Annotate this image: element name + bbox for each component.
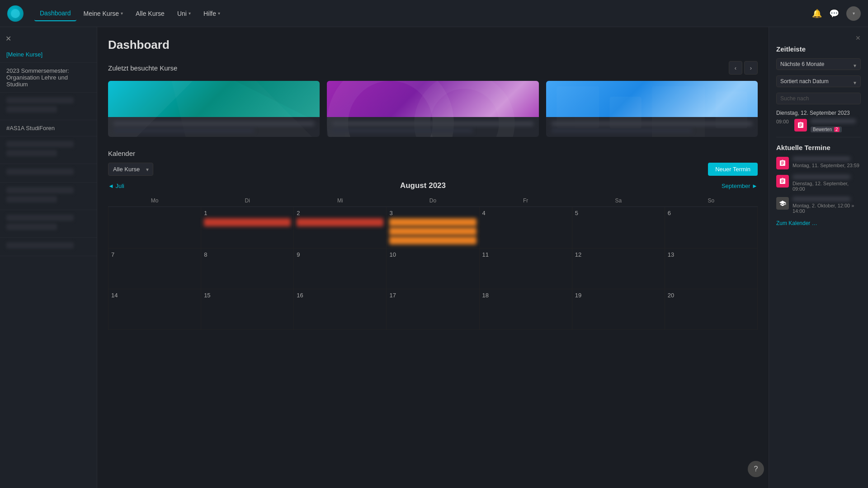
calendar-cell-19[interactable]: 19 <box>572 289 665 330</box>
prev-month-btn[interactable]: ◄ Juli <box>108 183 124 189</box>
day-number: 3 <box>389 210 476 216</box>
calendar-cell-2[interactable]: 2 <box>294 207 387 249</box>
timeline-event-1: 09:00 Bewerten 2 <box>776 119 861 132</box>
timeline-filter-select[interactable]: Nächste 6 Monate <box>776 58 861 70</box>
calendar-event[interactable] <box>297 218 383 226</box>
calendar-cell-7[interactable]: 7 <box>108 249 201 289</box>
nav-uni[interactable]: Uni ▾ <box>172 6 196 21</box>
panel-close-btn[interactable]: ✕ <box>776 34 861 42</box>
nav-meine-kurse[interactable]: Meine Kurse ▾ <box>78 6 129 21</box>
day-number: 5 <box>575 210 662 216</box>
graduation-icon <box>779 200 786 207</box>
calendar-cell-13[interactable]: 13 <box>665 249 757 289</box>
blur-text <box>6 242 74 249</box>
nav-meine-kurse-chevron: ▾ <box>121 11 123 16</box>
calendar-cell-9[interactable]: 9 <box>294 249 387 289</box>
calendar-section: Kalender Alle Kurse Neuer Termin ◄ Juli … <box>108 150 758 330</box>
termine-details-2: Dienstag, 12. September, 09:00 <box>793 175 861 192</box>
calendar-cell-14[interactable]: 14 <box>108 289 201 330</box>
calendar-event[interactable] <box>389 218 476 226</box>
calendar-cell-10[interactable]: 10 <box>387 249 479 289</box>
timeline-filter-wrapper: Nächste 6 Monate <box>776 58 861 73</box>
course-card-2[interactable] <box>327 81 538 137</box>
zum-kalender-link[interactable]: Zum Kalender … <box>776 220 817 226</box>
assignment-icon <box>779 160 786 167</box>
bell-icon[interactable]: 🔔 <box>812 9 822 19</box>
calendar-cell-18[interactable]: 18 <box>479 289 572 330</box>
timeline-date: Dienstag, 12. September 2023 <box>776 110 861 116</box>
course-next-btn[interactable]: › <box>744 61 758 75</box>
nav-hilfe[interactable]: Hilfe ▾ <box>198 6 226 21</box>
course-name-blur <box>552 122 752 126</box>
calendar-event[interactable] <box>389 227 476 235</box>
calendar-event[interactable] <box>204 218 291 226</box>
timeline-search-input[interactable] <box>776 93 861 104</box>
blur-text <box>6 196 57 202</box>
user-avatar[interactable]: ▾ <box>846 6 861 21</box>
weekday-so: So <box>665 195 757 207</box>
sidebar-item-studi-foren[interactable]: #AS1A StudiForen <box>0 120 97 136</box>
calendar-grid: Mo Di Mi Do Fr Sa So 1 <box>108 195 758 330</box>
termine-details-3: Montag, 2. Oktober, 12:00 » 14:00 <box>793 197 861 214</box>
new-event-btn[interactable]: Neuer Termin <box>708 163 758 176</box>
sidebar-item-meine-kurse[interactable]: [Meine Kurse] <box>0 47 97 63</box>
blur-text <box>6 106 57 113</box>
app-logo[interactable] <box>7 5 24 22</box>
termine-date-3: Montag, 2. Oktober, 12:00 » 14:00 <box>793 203 861 214</box>
course-card-3[interactable] <box>546 81 758 137</box>
right-panel: ✕ Zeitleiste Nächste 6 Monate Sortiert n… <box>769 27 868 488</box>
sidebar-item-org-lehre[interactable]: 2023 Sommersemester: Organisation Lehre … <box>0 63 97 93</box>
sidebar-blurred-2 <box>0 136 97 164</box>
blur-text <box>6 187 74 193</box>
calendar-event[interactable] <box>389 236 476 244</box>
blur-text <box>6 224 57 230</box>
calendar-cell-12[interactable]: 12 <box>572 249 665 289</box>
calendar-cell-17[interactable]: 17 <box>387 289 479 330</box>
calendar-cell-1[interactable]: 1 <box>201 207 294 249</box>
day-number: 11 <box>482 251 569 258</box>
blur-text <box>6 169 74 175</box>
logo-inner <box>11 9 20 18</box>
course-prev-btn[interactable]: ‹ <box>729 61 742 75</box>
calendar-cell-4[interactable]: 4 <box>479 207 572 249</box>
course-card-1[interactable] <box>108 81 320 137</box>
day-number: 7 <box>111 251 198 258</box>
calendar-cell-20[interactable]: 20 <box>665 289 757 330</box>
nav-alle-kurse[interactable]: Alle Kurse <box>130 6 170 21</box>
timeline-sort-select[interactable]: Sortiert nach Datum <box>776 75 861 87</box>
sidebar-blurred-4 <box>0 183 97 210</box>
nav-meine-kurse-label: Meine Kurse <box>84 10 119 17</box>
nav-dashboard[interactable]: Dashboard <box>34 6 76 21</box>
next-month-btn[interactable]: September ► <box>722 183 758 189</box>
calendar-filter-select[interactable]: Alle Kurse <box>108 163 153 176</box>
termine-item-3: Montag, 2. Oktober, 12:00 » 14:00 <box>776 197 861 214</box>
day-number: 19 <box>575 292 662 299</box>
calendar-cell-11[interactable]: 11 <box>479 249 572 289</box>
termine-date-1: Montag, 11. September, 23:59 <box>793 163 861 168</box>
course-cards <box>108 81 758 137</box>
calendar-cell-6[interactable]: 6 <box>665 207 757 249</box>
aktuelle-termine-title: Aktuelle Termine <box>776 144 861 151</box>
event-details: Bewerten 2 <box>811 119 861 132</box>
recently-visited-title: Zuletzt besuchte Kurse <box>108 64 177 72</box>
help-button[interactable]: ? <box>748 461 764 477</box>
calendar-cell-15[interactable]: 15 <box>201 289 294 330</box>
bewerten-count: 2 <box>834 127 840 132</box>
calendar-cell-8[interactable]: 8 <box>201 249 294 289</box>
bewerten-label: Bewerten <box>813 127 832 132</box>
blur-text <box>6 150 57 156</box>
timeline-sort-wrapper: Sortiert nach Datum <box>776 75 861 90</box>
course-sub-blur <box>552 129 692 132</box>
avatar-chevron: ▾ <box>853 11 855 16</box>
chat-icon[interactable]: 💬 <box>829 9 839 19</box>
calendar-cell-16[interactable]: 16 <box>294 289 387 330</box>
calendar-cell-3[interactable]: 3 <box>387 207 479 249</box>
day-number: 20 <box>668 292 755 299</box>
course-nav-arrows: ‹ › <box>729 61 758 75</box>
sidebar-close-btn[interactable]: ✕ <box>0 31 97 47</box>
calendar-filter-wrapper: Alle Kurse <box>108 163 153 176</box>
termine-item-2: Dienstag, 12. September, 09:00 <box>776 175 861 192</box>
calendar-cell-5[interactable]: 5 <box>572 207 665 249</box>
course-name-blur <box>332 122 533 126</box>
bewerten-badge[interactable]: Bewerten 2 <box>811 127 842 132</box>
